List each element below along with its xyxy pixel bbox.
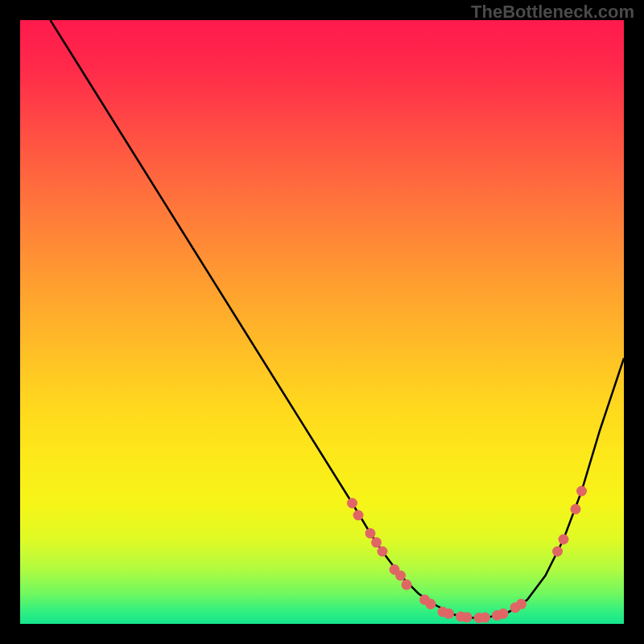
data-point-marker [552, 547, 563, 557]
data-point-marker [371, 537, 382, 547]
bottleneck-curve [51, 20, 625, 618]
curve-layer [51, 20, 625, 618]
data-point-marker [378, 547, 388, 557]
chart-svg [20, 20, 624, 624]
data-point-marker [480, 613, 490, 623]
plot-area [20, 20, 624, 624]
data-point-marker [516, 599, 526, 609]
data-point-marker [347, 498, 357, 509]
data-point-marker [395, 571, 406, 581]
data-point-marker [559, 535, 569, 545]
data-point-marker [571, 504, 581, 514]
data-point-marker [576, 486, 587, 497]
marker-layer [347, 486, 587, 624]
data-point-marker [365, 528, 376, 539]
data-point-marker [426, 599, 436, 609]
data-point-marker [444, 609, 454, 619]
data-point-marker [402, 580, 412, 590]
data-point-marker [498, 609, 509, 619]
data-point-marker [353, 510, 364, 521]
data-point-marker [462, 612, 473, 622]
watermark-text: TheBottleneck.com [471, 2, 634, 23]
